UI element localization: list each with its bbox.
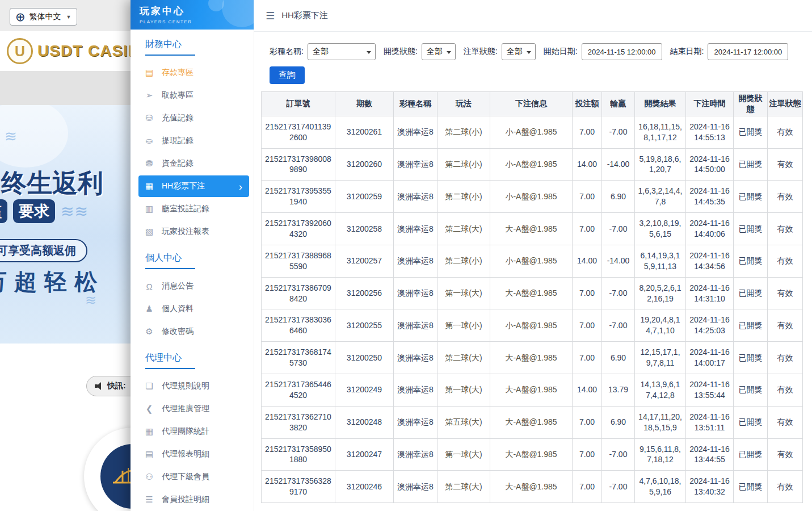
sidebar-title: 玩家中心 bbox=[140, 5, 254, 18]
language-label: 繁体中文 bbox=[30, 12, 61, 22]
language-selector[interactable]: ⊕ 繁体中文 ▼ bbox=[10, 8, 77, 26]
coin-icon: ⛀ bbox=[144, 136, 154, 146]
table-cell: 已開獎 bbox=[734, 116, 768, 148]
table-cell: 31200261 bbox=[335, 116, 394, 148]
site-nav-strip bbox=[0, 71, 132, 105]
sidebar-item-funds-record[interactable]: ⛃資金記錄 bbox=[131, 152, 254, 175]
order-status-select[interactable]: 全部 bbox=[502, 43, 536, 60]
sidebar: 玩家中心 PLAYERS CENTER 財務中心▤存款專區➢取款專區⛁充值記錄⛀… bbox=[131, 0, 254, 511]
records-icon: ▥ bbox=[144, 204, 154, 214]
sidebar-item-label: 會員投註明細 bbox=[162, 495, 209, 505]
table-cell: 2024-11-16 14:00:17 bbox=[686, 342, 734, 374]
table-cell: 7.00 bbox=[573, 438, 602, 471]
table-cell: 1,6,3,2,14,4,7,8 bbox=[635, 181, 686, 213]
table-cell: 2024-11-16 13:55:44 bbox=[686, 374, 734, 407]
table-cell: 16,18,11,15,8,1,17,12 bbox=[635, 116, 686, 148]
banner-wave-decor: ≋ bbox=[5, 128, 18, 145]
table-cell: 2024-11-16 14:40:06 bbox=[686, 213, 734, 245]
draw-status-select[interactable]: 全部 bbox=[422, 43, 456, 60]
order-status-label: 注單狀態: bbox=[464, 47, 498, 57]
table-cell: 有效 bbox=[768, 213, 803, 245]
table-cell: 2024-11-16 13:40:32 bbox=[686, 471, 734, 503]
table-cell: 已開獎 bbox=[734, 277, 768, 309]
sidebar-item-profile[interactable]: ♟個人資料 bbox=[131, 298, 254, 320]
table-cell: 澳洲幸运8 bbox=[394, 181, 437, 213]
column-header: 期數 bbox=[335, 92, 394, 116]
table-cell: 5,19,8,18,6,1,20,7 bbox=[635, 148, 686, 181]
sidebar-item-withdraw-record[interactable]: ⛀提現記錄 bbox=[131, 129, 254, 152]
start-date-label: 開始日期: bbox=[544, 47, 578, 57]
sidebar-item-agent-promotion[interactable]: ❮代理推廣管理 bbox=[131, 397, 254, 420]
draw-status-label: 開獎狀態: bbox=[384, 47, 418, 57]
sidebar-item-announcements[interactable]: Ω消息公告 bbox=[131, 275, 254, 298]
table-cell: 14.00 bbox=[573, 148, 602, 181]
table-row: 215217317362710382031200248澳洲幸运8第五球(大)大-… bbox=[262, 406, 803, 438]
table-cell: 已開獎 bbox=[734, 342, 768, 374]
sidebar-item-label: 代理規則說明 bbox=[162, 381, 209, 391]
sidebar-item-room-bet-records[interactable]: ▥廳室投註記錄 bbox=[131, 198, 254, 220]
sidebar-section-heading: 代理中心 bbox=[131, 343, 254, 369]
table-cell: 已開獎 bbox=[734, 181, 768, 213]
filter-bar: 彩種名稱: 全部 開獎狀態: 全部 注單狀態: 全部 bbox=[254, 32, 812, 60]
start-date-input[interactable] bbox=[582, 43, 662, 60]
table-cell: 12,15,17,1,9,7,8,11 bbox=[635, 342, 686, 374]
table-cell: 小-A盤@1.985 bbox=[490, 148, 573, 181]
table-cell: 31200259 bbox=[335, 181, 394, 213]
table-cell: 2024-11-16 14:34:56 bbox=[686, 245, 734, 277]
column-header: 彩種名稱 bbox=[394, 92, 437, 116]
news-ticker[interactable]: 快訊: bbox=[86, 376, 137, 396]
sidebar-item-member-bet-detail[interactable]: ☰會員投註明細 bbox=[131, 488, 254, 511]
sidebar-item-label: 玩家投注報表 bbox=[162, 227, 209, 237]
sidebar-item-agent-rules[interactable]: ❏代理規則說明 bbox=[131, 375, 254, 397]
table-cell: 14,17,11,20,18,5,15,9 bbox=[635, 406, 686, 438]
table-cell: 2024-11-16 13:51:11 bbox=[686, 406, 734, 438]
table-cell: 有效 bbox=[768, 438, 803, 471]
table-cell: 2024-11-16 14:55:13 bbox=[686, 116, 734, 148]
banner-wave-decor: ≋ bbox=[85, 292, 96, 308]
sidebar-menu: 財務中心▤存款專區➢取款專區⛁充值記錄⛀提現記錄⛃資金記錄▦HH彩票下注›▥廳室… bbox=[131, 30, 254, 511]
sidebar-item-recharge-record[interactable]: ⛁充值記錄 bbox=[131, 107, 254, 129]
end-date-input[interactable] bbox=[708, 43, 788, 60]
table-cell: 7.00 bbox=[573, 277, 602, 309]
table-row: 215217317386709842031200256澳洲幸运8第一球(大)大-… bbox=[262, 277, 803, 309]
table-cell: 第一球(大) bbox=[437, 438, 490, 471]
sidebar-item-label: 提現記錄 bbox=[162, 136, 193, 146]
table-cell: 31200247 bbox=[335, 438, 394, 471]
sidebar-item-label: 個人資料 bbox=[162, 304, 193, 314]
banner-badges: 檻 要求 ≋≋ bbox=[0, 199, 89, 223]
site-logo-row: U USDT CASINO bbox=[0, 31, 132, 71]
table-cell: -7.00 bbox=[602, 116, 635, 148]
promo-banner: ≋ 终生返利 檻 要求 ≋≋ 可享受高额返佣 万超轻松 ≋ bbox=[0, 105, 132, 344]
lottery-select[interactable]: 全部 bbox=[308, 43, 376, 60]
start-date-group: 開始日期: bbox=[544, 43, 662, 60]
table-cell: 已開獎 bbox=[734, 471, 768, 503]
lottery-select-value: 全部 bbox=[313, 47, 329, 57]
table-cell: 第二球(小) bbox=[437, 181, 490, 213]
sidebar-item-label: 存款專區 bbox=[162, 68, 193, 78]
sidebar-item-player-bet-report[interactable]: ▧玩家投注報表 bbox=[131, 220, 254, 243]
banner-badge: 要求 bbox=[13, 199, 55, 223]
table-cell: -7.00 bbox=[602, 438, 635, 471]
hamburger-menu-icon[interactable]: ☰ bbox=[266, 10, 275, 22]
sidebar-item-hh-lottery-bets[interactable]: ▦HH彩票下注› bbox=[138, 175, 249, 197]
sidebar-item-label: 取款專區 bbox=[162, 90, 193, 100]
sidebar-item-agent-report-detail[interactable]: ▤代理報表明細 bbox=[131, 443, 254, 466]
sidebar-item-change-password[interactable]: ⚙修改密碼 bbox=[131, 320, 254, 343]
table-cell: 7.00 bbox=[573, 309, 602, 342]
sidebar-item-deposit[interactable]: ▤存款專區 bbox=[131, 61, 254, 84]
sidebar-item-agent-team-stats[interactable]: ▦代理團隊統計 bbox=[131, 420, 254, 443]
table-row: 215217317383036646031200255澳洲幸运8第一球(小)小-… bbox=[262, 309, 803, 342]
draw-status-value: 全部 bbox=[427, 47, 443, 57]
table-cell: 已開獎 bbox=[734, 148, 768, 181]
globe-icon: ⊕ bbox=[15, 11, 26, 23]
screen: ⊕ 繁体中文 ▼ U USDT CASINO ≋ 终生返利 檻 要求 ≋≋ 可享… bbox=[0, 0, 812, 511]
table-row: 215217317388968559031200257澳洲幸运8第二球(小)小-… bbox=[262, 245, 803, 277]
table-cell: 2152173174011392600 bbox=[262, 116, 335, 148]
table-cell: 大-A盤@1.985 bbox=[490, 213, 573, 245]
sidebar-item-agent-sub-members[interactable]: ⚇代理下級會員 bbox=[131, 466, 254, 488]
search-button[interactable]: 查詢 bbox=[270, 66, 305, 84]
sidebar-item-withdraw[interactable]: ➢取款專區 bbox=[131, 84, 254, 107]
table-cell: 14,13,9,6,17,4,12,8 bbox=[635, 374, 686, 407]
table-cell: 大-A盤@1.985 bbox=[490, 374, 573, 407]
banner-wave-decor: ≋≋ bbox=[61, 202, 89, 221]
